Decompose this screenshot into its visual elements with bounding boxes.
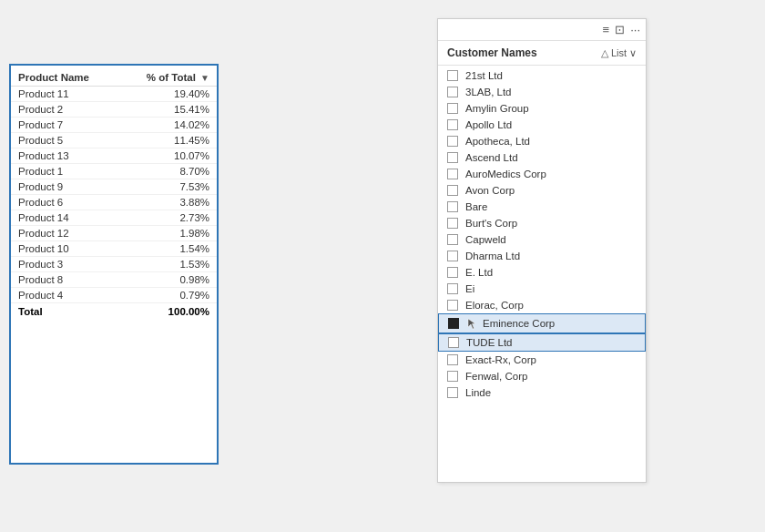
sort-button[interactable]: △ List ∨ [601, 47, 637, 59]
customer-name: Apollo Ltd [465, 119, 512, 130]
more-options-icon[interactable]: ··· [630, 23, 640, 36]
product-name-cell: Product 14 [11, 210, 119, 226]
table-row[interactable]: Product 11 19.40% [11, 87, 217, 102]
table-row[interactable]: Product 7 14.02% [11, 118, 217, 133]
checkbox-unchecked[interactable] [447, 87, 458, 97]
product-pct-cell: 14.02% [119, 118, 217, 133]
panel-header: Customer Names △ List ∨ [438, 41, 646, 66]
product-pct-cell: 15.41% [119, 102, 217, 118]
product-name-cell: Product 5 [11, 133, 119, 148]
customer-name: Bare [465, 201, 487, 212]
customer-name: 3LAB, Ltd [465, 87, 512, 97]
product-pct-cell: 1.53% [119, 257, 217, 272]
customer-list-item[interactable]: 3LAB, Ltd [438, 84, 646, 100]
table-body: Product 11 19.40% Product 2 15.41% Produ… [11, 87, 217, 303]
table-row[interactable]: Product 12 1.98% [11, 226, 217, 241]
customer-list-item[interactable]: Fenwal, Corp [438, 368, 646, 384]
checkbox-unchecked[interactable] [447, 152, 458, 163]
checkbox-unchecked[interactable] [447, 103, 458, 114]
customer-list[interactable]: 21st Ltd3LAB, LtdAmylin GroupApollo LtdA… [438, 66, 646, 482]
product-pct-cell: 7.53% [119, 179, 217, 195]
customer-list-item[interactable]: Apollo Ltd [438, 117, 646, 133]
table-row[interactable]: Product 8 0.98% [11, 272, 217, 288]
product-pct-cell: 1.98% [119, 226, 217, 241]
table-row[interactable]: Product 3 1.53% [11, 257, 217, 272]
checkbox-unchecked[interactable] [447, 169, 458, 179]
customer-name: Linde [465, 387, 491, 398]
svg-marker-0 [468, 319, 475, 329]
product-table: Product Name % of Total ▼ Product 11 19.… [11, 69, 217, 320]
table-row[interactable]: Product 10 1.54% [11, 241, 217, 257]
table-row[interactable]: Product 14 2.73% [11, 210, 217, 226]
checkbox-unchecked[interactable] [447, 251, 458, 261]
checkbox-unchecked[interactable] [447, 371, 458, 382]
customer-list-item[interactable]: Ei [438, 281, 646, 297]
customer-list-item[interactable]: Eminence Corp [438, 313, 646, 333]
checkbox-unchecked[interactable] [447, 387, 458, 398]
col-header-product: Product Name [11, 69, 119, 87]
checkbox-unchecked[interactable] [447, 136, 458, 147]
sort-az-icon: △ [601, 47, 608, 59]
customer-list-item[interactable]: Elorac, Corp [438, 297, 646, 313]
checkbox-checked[interactable] [448, 318, 459, 329]
table-row[interactable]: Product 2 15.41% [11, 102, 217, 118]
customer-list-item[interactable]: Exact-Rx, Corp [438, 352, 646, 368]
customer-list-item[interactable]: E. Ltd [438, 264, 646, 281]
product-name-cell: Product 12 [11, 226, 119, 241]
checkbox-unchecked[interactable] [447, 185, 458, 196]
cursor-indicator [466, 317, 479, 330]
checkbox-unchecked[interactable] [447, 119, 458, 130]
customer-list-item[interactable]: Capweld [438, 231, 646, 248]
customer-name: Avon Corp [465, 185, 515, 196]
customer-list-item[interactable]: 21st Ltd [438, 67, 646, 84]
customer-list-item[interactable]: Bare [438, 199, 646, 215]
customer-list-item[interactable]: Linde [438, 384, 646, 401]
customer-list-item[interactable]: Apotheca, Ltd [438, 133, 646, 149]
checkbox-unchecked[interactable] [447, 201, 458, 212]
customer-list-item[interactable]: AuroMedics Corp [438, 166, 646, 182]
product-name-cell: Product 6 [11, 195, 119, 210]
table-row[interactable]: Product 13 10.07% [11, 148, 217, 164]
product-pct-cell: 19.40% [119, 87, 217, 102]
checkbox-unchecked[interactable] [447, 283, 458, 294]
customer-name: E. Ltd [465, 267, 493, 278]
sort-label: List [611, 47, 627, 58]
checkbox-unchecked[interactable] [447, 218, 458, 229]
checkbox-unchecked[interactable] [447, 267, 458, 278]
col-header-pct[interactable]: % of Total ▼ [119, 69, 217, 87]
product-pct-cell: 0.79% [119, 288, 217, 303]
customer-list-item[interactable]: Avon Corp [438, 182, 646, 199]
checkbox-unchecked[interactable] [447, 234, 458, 245]
table-row[interactable]: Product 5 11.45% [11, 133, 217, 148]
customer-name: Capweld [465, 234, 506, 245]
customer-name: Burt's Corp [465, 218, 517, 229]
table-row[interactable]: Product 4 0.79% [11, 288, 217, 303]
table-container: Product Name % of Total ▼ Product 11 19.… [11, 69, 217, 320]
customer-list-item[interactable]: Amylin Group [438, 100, 646, 117]
sort-chevron-icon: ∨ [629, 47, 637, 59]
product-pct-cell: 8.70% [119, 164, 217, 179]
table-row[interactable]: Product 6 3.88% [11, 195, 217, 210]
customer-name: Amylin Group [465, 103, 529, 114]
customer-list-item[interactable]: Dharma Ltd [438, 248, 646, 264]
customer-list-item[interactable]: TUDE Ltd [438, 333, 646, 352]
checkbox-unchecked[interactable] [447, 354, 458, 365]
expand-icon[interactable]: ⊡ [615, 23, 625, 36]
table-row[interactable]: Product 9 7.53% [11, 179, 217, 195]
customer-name: Ei [465, 283, 474, 294]
main-container: Product Name % of Total ▼ Product 11 19.… [0, 0, 765, 532]
table-row[interactable]: Product 1 8.70% [11, 164, 217, 179]
checkbox-unchecked[interactable] [447, 300, 458, 311]
product-pct-cell: 11.45% [119, 133, 217, 148]
customer-name: Fenwal, Corp [465, 371, 527, 382]
checkbox-unchecked[interactable] [448, 337, 459, 348]
product-pct-cell: 1.54% [119, 241, 217, 257]
product-name-cell: Product 10 [11, 241, 119, 257]
product-pct-cell: 10.07% [119, 148, 217, 164]
checkbox-unchecked[interactable] [447, 70, 458, 81]
customer-name: 21st Ltd [465, 70, 503, 81]
customer-list-item[interactable]: Burt's Corp [438, 215, 646, 231]
drag-handle-icon: ≡ [603, 23, 610, 36]
right-panel: ≡ ⊡ ··· Customer Names △ List ∨ 21st Ltd… [437, 18, 647, 483]
customer-list-item[interactable]: Ascend Ltd [438, 149, 646, 166]
